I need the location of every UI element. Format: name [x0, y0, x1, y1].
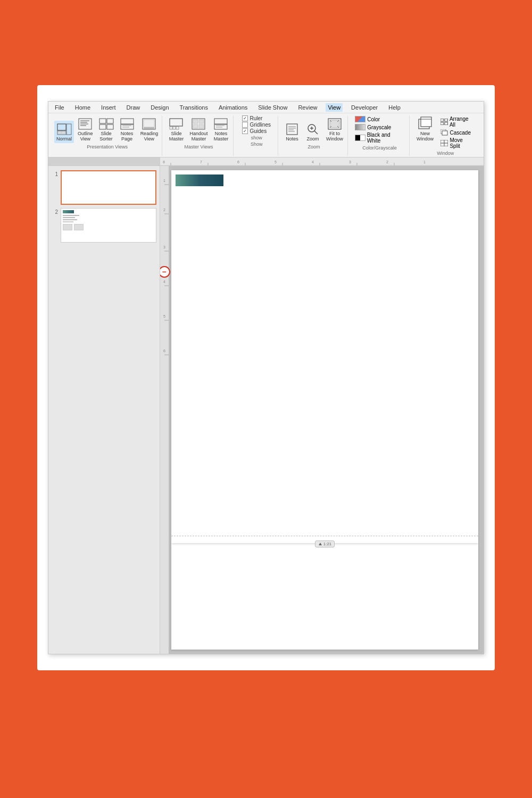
- mv-group-label: Master Views: [185, 144, 213, 149]
- fit-to-window-icon: [327, 117, 342, 131]
- btn-move-split[interactable]: Move Split: [439, 137, 476, 149]
- svg-rect-51: [440, 122, 444, 125]
- btn-handout-master[interactable]: HandoutMaster: [187, 115, 210, 143]
- check-guides[interactable]: ✓ Guides: [242, 128, 270, 134]
- editing-area: 1:21: [169, 166, 484, 654]
- slide-page-lower: [171, 543, 478, 650]
- svg-text:5: 5: [275, 160, 277, 164]
- svg-text:6: 6: [163, 349, 165, 353]
- menu-developer[interactable]: Developer: [349, 103, 380, 112]
- svg-rect-50: [445, 119, 448, 121]
- btn-zoom-label: Zoom: [306, 137, 319, 142]
- ruler-label: Ruler: [250, 115, 262, 121]
- cascade-icon: [440, 129, 448, 136]
- svg-rect-31: [214, 119, 227, 124]
- btn-grayscale[interactable]: Grayscale: [353, 123, 405, 131]
- btn-new-window[interactable]: NewWindow: [415, 115, 436, 143]
- btn-notes-master[interactable]: NotesMaster: [211, 115, 230, 143]
- slide-thumb-1[interactable]: [61, 170, 156, 205]
- check-ruler[interactable]: ✓ Ruler: [242, 115, 270, 121]
- svg-text:4: 4: [312, 160, 314, 164]
- svg-rect-19: [144, 120, 154, 127]
- btn-outline-view[interactable]: OutlineView: [76, 115, 95, 143]
- color-label: Color: [367, 117, 380, 122]
- slide-item-1[interactable]: 1: [52, 170, 156, 205]
- btn-black-and-white[interactable]: Black and White: [353, 131, 405, 144]
- btn-notes-page[interactable]: NotesPage: [118, 115, 137, 143]
- menu-slide-show[interactable]: Slide Show: [256, 103, 289, 112]
- btn-reading-view[interactable]: ReadingView: [138, 115, 161, 143]
- page-break-line: 1:21: [169, 536, 481, 543]
- notes-master-icon: [213, 117, 228, 131]
- color-swatch: [355, 116, 365, 122]
- btn-slide-sorter[interactable]: SlideSorter: [97, 115, 116, 143]
- slide-thumb-2[interactable]: [61, 208, 156, 243]
- btn-notes[interactable]: Notes: [282, 121, 302, 143]
- svg-text:5: 5: [163, 314, 165, 318]
- svg-text:7: 7: [200, 160, 202, 164]
- btn-arrange-all[interactable]: Arrange All: [439, 115, 476, 128]
- svg-text:4: 4: [163, 280, 165, 284]
- menu-transitions[interactable]: Transitions: [178, 103, 210, 112]
- slide-sorter-icon: [99, 117, 114, 131]
- btn-color[interactable]: Color: [353, 115, 405, 123]
- menu-draw[interactable]: Draw: [124, 103, 143, 112]
- svg-rect-25: [176, 127, 179, 129]
- svg-rect-35: [287, 124, 297, 135]
- slide-master-icon: [169, 117, 184, 131]
- menu-file[interactable]: File: [53, 103, 66, 112]
- menu-animations[interactable]: Animations: [217, 103, 250, 112]
- move-split-label: Move Split: [450, 137, 475, 149]
- arrange-all-label: Arrange All: [450, 116, 475, 128]
- normal-view-icon: [57, 122, 72, 137]
- menu-view[interactable]: View: [326, 103, 343, 112]
- svg-text:3: 3: [163, 245, 165, 249]
- color-group-label: Color/Grayscale: [362, 145, 397, 151]
- slide-gradient-bar: [176, 174, 223, 186]
- menu-review[interactable]: Review: [296, 103, 319, 112]
- ribbon: Normal: [48, 113, 484, 157]
- menu-design[interactable]: Design: [148, 103, 171, 112]
- svg-rect-10: [99, 119, 106, 123]
- svg-text:1: 1: [163, 179, 165, 182]
- svg-text:3: 3: [349, 160, 351, 164]
- svg-rect-0: [57, 124, 66, 130]
- page-up-icon: [318, 542, 322, 546]
- ribbon-group-zoom: Notes Zoom: [280, 115, 348, 156]
- btn-cascade[interactable]: Cascade: [439, 129, 476, 136]
- btn-outline-view-label: OutlineView: [78, 131, 93, 142]
- svg-text:2: 2: [163, 208, 165, 212]
- ruler-side-spacer: [48, 157, 160, 165]
- gridlines-label: Gridlines: [250, 122, 270, 128]
- menu-home[interactable]: Home: [73, 103, 93, 112]
- ruler-checkbox[interactable]: ✓: [242, 115, 248, 121]
- ribbon-group-presentation-views: Normal: [53, 115, 162, 156]
- guides-checkbox[interactable]: ✓: [242, 128, 248, 134]
- pv-group-label: Presentation Views: [87, 144, 128, 149]
- svg-rect-22: [170, 119, 182, 126]
- btn-normal[interactable]: Normal: [54, 121, 74, 143]
- editor-section: 1 2 3 4 5 6 −: [160, 166, 484, 654]
- svg-text:8: 8: [163, 160, 165, 164]
- menu-help[interactable]: Help: [386, 103, 403, 112]
- btn-notes-master-label: NotesMaster: [214, 131, 229, 142]
- gridlines-checkbox[interactable]: [242, 122, 248, 128]
- svg-rect-32: [214, 124, 227, 129]
- notes-icon: [285, 122, 300, 137]
- svg-marker-87: [319, 543, 322, 545]
- btn-slide-master[interactable]: SlideMaster: [167, 115, 186, 143]
- ribbon-group-window: NewWindow Arrange Al: [412, 115, 479, 156]
- slide-item-2[interactable]: 2: [52, 208, 156, 243]
- vertical-ruler: 1 2 3 4 5 6 −: [160, 166, 169, 654]
- window-group-label: Window: [437, 151, 454, 156]
- slide-page: 1:21: [171, 170, 478, 543]
- svg-text:2: 2: [386, 160, 388, 164]
- check-gridlines[interactable]: Gridlines: [242, 122, 270, 128]
- btn-zoom[interactable]: Zoom: [303, 121, 322, 143]
- btn-slide-master-label: SlideMaster: [169, 131, 184, 142]
- btn-slide-sorter-label: SlideSorter: [99, 131, 113, 142]
- btn-fit-to-window[interactable]: Fit toWindow: [324, 115, 345, 143]
- svg-rect-54: [442, 131, 447, 135]
- ribbon-group-master-views: SlideMaster: [164, 115, 234, 156]
- menu-insert[interactable]: Insert: [99, 103, 118, 112]
